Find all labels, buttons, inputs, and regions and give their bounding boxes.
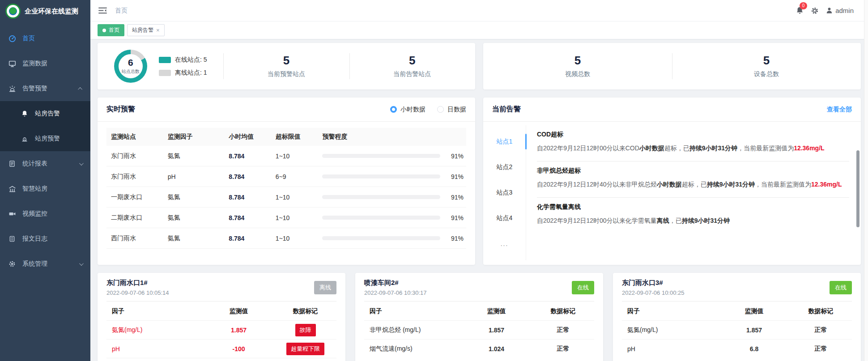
warning-factor: 氨氮 (168, 214, 229, 222)
bell-icon (21, 110, 29, 117)
alarm-scrollbar[interactable] (856, 150, 859, 227)
warning-factor: 氨氮 (168, 234, 229, 242)
station-card-table-head: 因子监测值数据标记 (622, 302, 852, 320)
status-badge: 在线 (572, 281, 594, 294)
warning-percent: 91% (446, 214, 464, 221)
factor-name: 氨氮(mg/L) (622, 326, 719, 334)
data-type-radio-group: 小时数据日数据 (390, 106, 466, 114)
station-card-col-header: 数据标记 (790, 307, 852, 315)
alarm-item-title: 化学需氧量离线 (537, 203, 849, 211)
warning-limit: 1~10 (276, 235, 323, 242)
station-card-titles: 东门雨水口3#2022-09-07-06 10:00:25 (622, 279, 685, 296)
sidebar-subitem-站房告警[interactable]: 站房告警 (0, 101, 90, 126)
donut-legend: 在线站点: 5 离线站点: 1 (159, 56, 207, 77)
sidebar-item-监测数据[interactable]: 监测数据 (0, 51, 90, 76)
warning-hour-avg: 8.784 (229, 214, 276, 221)
realtime-warning-header: 实时预警 小时数据日数据 (98, 98, 475, 122)
device-total-section: 5 设备总数 (672, 43, 861, 89)
device-total-label: 设备总数 (754, 70, 779, 78)
alarm-text-segment: 离线 (657, 217, 669, 224)
gear-icon (8, 260, 16, 268)
log-icon (8, 235, 16, 242)
station-tab-站点4[interactable]: 站点4 (483, 205, 526, 231)
user-menu[interactable]: admin (825, 7, 854, 14)
warning-level-cell: 91% (322, 235, 466, 242)
device-total-value: 5 (754, 54, 779, 67)
stats-row: 6 站点总数 在线站点: 5 离线站点: 1 (98, 43, 861, 89)
station-card-table-head: 因子监测值数据标记 (364, 302, 594, 320)
station-card-header: 东门雨水口1#2022-09-07-06 10:05:14离线 (106, 273, 336, 302)
alarm-item-description: 自2022年9月12日12时40分以来非甲烷总烃小时数据超标，已持续9小时31分… (537, 179, 849, 191)
station-tab-more[interactable]: ... (483, 231, 526, 256)
sidebar-toggle-icon[interactable] (98, 7, 107, 14)
chevron-down-icon (79, 261, 84, 266)
factor-name: pH (622, 345, 719, 353)
sidebar-item-统计报表[interactable]: 统计报表 (0, 151, 90, 176)
sidebar-subitem-站房预警[interactable]: 站房预警 (0, 126, 90, 151)
data-mark: 超量程下限 (286, 343, 324, 355)
legend-offline: 离线站点: 1 (159, 69, 207, 77)
sidebar-item-首页[interactable]: 首页 (0, 26, 90, 51)
station-card-col-header: 因子 (622, 307, 719, 315)
station-card-timestamp: 2022-09-07-06 10:30:17 (364, 289, 427, 296)
station-card-col-header: 数据标记 (274, 307, 336, 315)
realtime-warning-panel: 实时预警 小时数据日数据 监测站点监测因子小时均值超标限值预警程度 东门雨水氨氮… (98, 98, 475, 265)
sidebar-item-智慧站房[interactable]: 智慧站房 (0, 176, 90, 201)
notification-bell-icon[interactable]: 0 (796, 6, 804, 15)
warning-hour-avg: 8.784 (229, 194, 276, 201)
data-mark-cell: 正常 (532, 326, 594, 334)
alarm-lamp-icon (21, 135, 29, 142)
warning-hour-avg: 8.784 (229, 173, 276, 180)
siren-icon (8, 85, 16, 93)
station-total-value: 6 (128, 58, 133, 67)
warning-hour-avg: 8.784 (229, 153, 276, 160)
navbar-actions: 0 admin (796, 6, 860, 15)
warning-level-cell: 91% (322, 194, 466, 201)
app-logo-row: 企业环保在线监测 (0, 0, 90, 22)
status-badge: 离线 (314, 281, 336, 294)
station-stats-card: 6 站点总数 在线站点: 5 离线站点: 1 (98, 43, 475, 89)
station-tab-站点1[interactable]: 站点1 (483, 129, 526, 154)
alarm-item: COD超标自2022年9月12日12时00分以来COD小时数据超标，已持续9小时… (537, 125, 849, 161)
breadcrumb[interactable]: 首页 (115, 7, 128, 15)
warning-limit: 6~9 (276, 173, 323, 180)
station-card-table-head: 因子监测值数据标记 (106, 302, 336, 320)
tab-home[interactable]: 首页 (98, 24, 124, 36)
warning-bar-track (322, 154, 440, 158)
station-card-col-header: 监测值 (203, 307, 274, 315)
warning-factor: 氨氮 (168, 193, 229, 201)
warning-factor: 氨氮 (168, 152, 229, 160)
station-tab-站点2[interactable]: 站点2 (483, 154, 526, 180)
station-card-title: 喷漆车间2# (364, 279, 427, 287)
alarm-item-description: 自2022年9月12日12时00分以来化学需氧量离线，已持续9小时31分钟 (537, 215, 849, 227)
sidebar-item-视频监控[interactable]: 视频监控 (0, 201, 90, 226)
sidebar-subitem-label: 站房告警 (35, 110, 60, 118)
data-mark: 正常 (815, 345, 827, 353)
radio-label: 小时数据 (400, 106, 425, 114)
building-icon (8, 185, 16, 193)
warning-percent: 91% (446, 153, 464, 160)
tab-station-alarm[interactable]: 站房告警 (127, 24, 165, 36)
radio-日数据[interactable]: 日数据 (437, 106, 466, 114)
alarm-body: 站点1站点2站点3站点4... COD超标自2022年9月12日12时00分以来… (483, 122, 861, 265)
camera-icon (8, 210, 16, 218)
settings-gear-icon[interactable] (811, 7, 819, 15)
station-card-header: 东门雨水口3#2022-09-07-06 10:00:25在线 (622, 273, 852, 302)
station-card-row: pH6.8正常 (622, 339, 852, 358)
radio-小时数据[interactable]: 小时数据 (390, 106, 425, 114)
station-card-timestamp: 2022-09-07-06 10:00:25 (622, 289, 685, 296)
monitor-value: -100 (203, 345, 274, 353)
sidebar-item-系统管理[interactable]: 系统管理 (0, 251, 90, 276)
page-scrollbar[interactable] (864, 0, 868, 361)
sidebar-item-报文日志[interactable]: 报文日志 (0, 226, 90, 251)
station-card-title: 东门雨水口1# (106, 279, 169, 287)
station-card-titles: 东门雨水口1#2022-09-07-06 10:05:14 (106, 279, 169, 296)
warning-table-row: 东门雨水氨氮8.7841~1091% (106, 146, 466, 166)
view-all-link[interactable]: 查看全部 (827, 106, 852, 114)
sidebar-item-告警预警[interactable]: 告警预警 (0, 76, 90, 101)
close-icon[interactable] (156, 27, 160, 33)
station-tab-站点3[interactable]: 站点3 (483, 180, 526, 205)
warning-bar-track (322, 195, 440, 199)
warning-table-body: 东门雨水氨氮8.7841~1091%东门雨水pH8.7846~991%一期废水口… (106, 146, 466, 249)
data-mark-cell: 正常 (790, 345, 852, 353)
